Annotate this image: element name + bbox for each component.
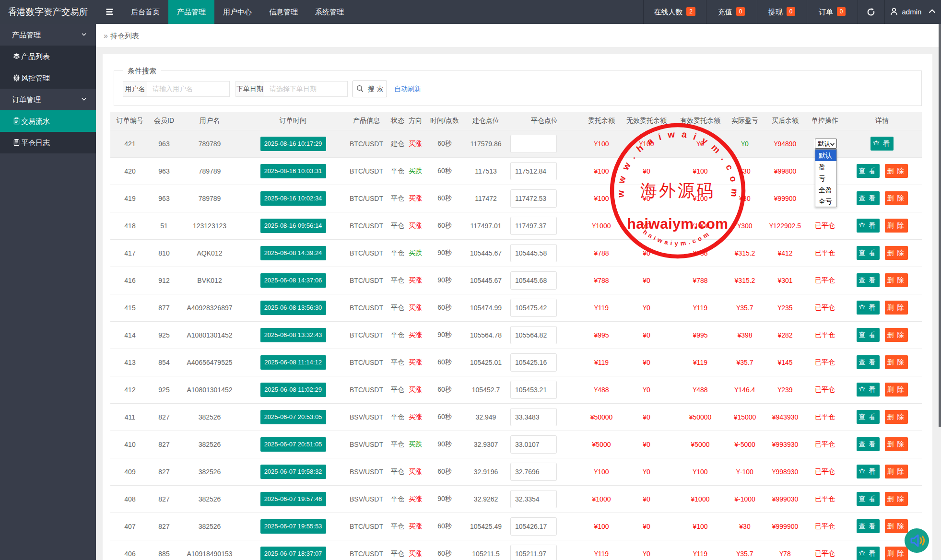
svg-text:海外源码: 海外源码 [640,181,715,200]
svg-text:haiwaiym.com: haiwaiym.com [627,216,728,232]
